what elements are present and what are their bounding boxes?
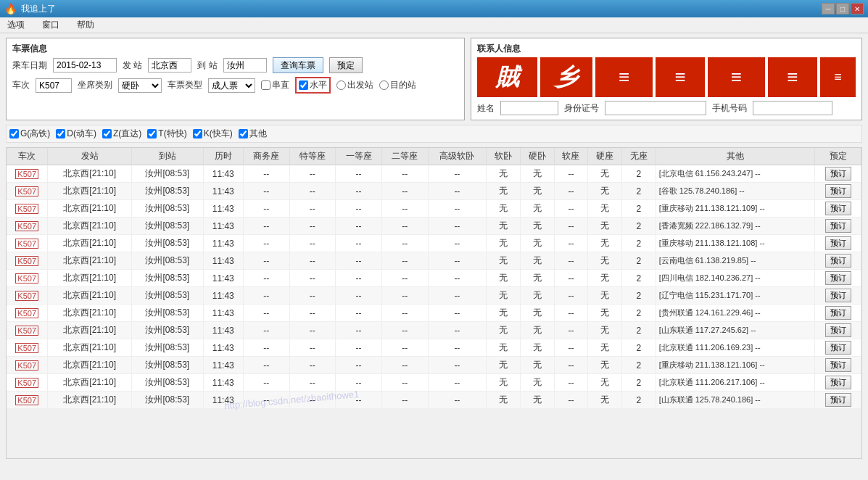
- other-info: [四川电信 182.140.236.27] --: [656, 270, 815, 287]
- cell-11: --: [554, 287, 588, 305]
- filter-other-checkbox[interactable]: [239, 129, 248, 138]
- date-input[interactable]: [53, 58, 117, 73]
- table-row: K507北京西[21:10]汝州[08:53]11:43----------无无…: [7, 322, 861, 339]
- reserve-button[interactable]: 预订: [825, 202, 851, 215]
- from-station-radio-label[interactable]: 出发站: [336, 79, 373, 91]
- contact-fields-row: 姓名 身份证号 手机号码: [477, 101, 856, 115]
- reserve-button[interactable]: 预订: [825, 376, 851, 389]
- cell-6: --: [336, 287, 382, 305]
- filter-g-checkbox[interactable]: [9, 129, 19, 138]
- cell-5: --: [289, 218, 336, 235]
- menu-options[interactable]: 选项: [4, 18, 28, 32]
- query-button[interactable]: 查询车票: [273, 57, 323, 73]
- from-station-radio[interactable]: [336, 80, 346, 90]
- filter-z[interactable]: Z(直达): [102, 128, 141, 140]
- cell-8: --: [428, 374, 487, 392]
- th-soft-seat: 软座: [554, 148, 588, 165]
- reserve-button[interactable]: 预订: [825, 341, 851, 355]
- cell-13: 2: [621, 270, 656, 287]
- filter-t-checkbox[interactable]: [147, 129, 157, 138]
- close-button[interactable]: ✕: [851, 3, 864, 15]
- cell-6: --: [336, 183, 382, 200]
- reserve-button[interactable]: 预订: [825, 184, 851, 198]
- app-icon: 🔥: [4, 3, 17, 15]
- filter-d-checkbox[interactable]: [56, 129, 65, 138]
- train-number: K507: [15, 169, 38, 179]
- auto-check-label[interactable]: 串直: [261, 79, 289, 91]
- filter-t[interactable]: T(特快): [147, 128, 186, 140]
- name-input[interactable]: [500, 101, 558, 115]
- filter-z-checkbox[interactable]: [102, 129, 112, 138]
- cell-7: --: [381, 305, 428, 322]
- cell-13: 2: [621, 357, 656, 374]
- filter-k[interactable]: K(快车): [193, 128, 233, 140]
- to-station-input[interactable]: [223, 58, 267, 73]
- other-info: [北京联通 111.206.169.23] --: [656, 339, 815, 357]
- dest-station-radio[interactable]: [379, 80, 389, 90]
- reserve-button[interactable]: 预订: [825, 358, 851, 372]
- reserve-button[interactable]: 预订: [825, 236, 851, 250]
- table-row: K507北京西[21:10]汝州[08:53]11:43----------无无…: [7, 252, 861, 270]
- cell-6: --: [336, 322, 382, 339]
- table-row: K507北京西[21:10]汝州[08:53]11:43----------无无…: [7, 218, 861, 235]
- cell-4: --: [243, 374, 289, 392]
- cell-5: --: [289, 270, 336, 287]
- cell-3: 11:43: [203, 252, 243, 270]
- th-soft-deluxe: 高级软卧: [428, 148, 487, 165]
- cell-6: --: [336, 392, 382, 409]
- th-duration: 历时: [203, 148, 243, 165]
- to-label: 到 站: [197, 59, 217, 72]
- reserve-button[interactable]: 预订: [825, 271, 851, 285]
- cell-13: 2: [621, 252, 656, 270]
- reserve-button[interactable]: 预订: [825, 167, 851, 181]
- cell-3: 11:43: [203, 165, 243, 183]
- filter-other[interactable]: 其他: [239, 128, 267, 140]
- minimize-button[interactable]: ─: [822, 3, 835, 15]
- reserve-button[interactable]: 预订: [825, 323, 851, 337]
- cell-9: 无: [487, 165, 521, 183]
- cell-7: --: [381, 322, 428, 339]
- menu-window[interactable]: 窗口: [39, 18, 62, 32]
- filter-d[interactable]: D(动车): [56, 128, 96, 140]
- train-input[interactable]: [36, 78, 72, 93]
- train-number: K507: [15, 343, 38, 353]
- cell-12: 无: [588, 374, 622, 392]
- cell-10: 无: [520, 252, 554, 270]
- cell-4: --: [243, 392, 289, 409]
- reserve-button[interactable]: 预订: [825, 219, 851, 233]
- from-station-input[interactable]: [148, 58, 191, 73]
- id-input[interactable]: [605, 101, 706, 115]
- reserve-top-button[interactable]: 预定: [329, 57, 363, 73]
- maximize-button[interactable]: □: [836, 3, 849, 15]
- cell-5: --: [289, 200, 336, 218]
- other-info: [辽宁电信 115.231.171.70] --: [656, 287, 815, 305]
- horizontal-label[interactable]: 水平: [295, 77, 331, 94]
- table-row: K507北京西[21:10]汝州[08:53]11:43----------无无…: [7, 374, 861, 392]
- reserve-button[interactable]: 预订: [825, 393, 851, 407]
- ticket-type-select[interactable]: 成人票 儿童票 学生票: [208, 78, 255, 93]
- menu-help[interactable]: 帮助: [74, 18, 97, 32]
- reserve-button[interactable]: 预订: [825, 254, 851, 268]
- table-container[interactable]: http://blog.csdn.net/zhaoithowe1 车次 发站 到…: [6, 147, 862, 459]
- cell-11: --: [554, 183, 588, 200]
- cell-5: --: [289, 165, 336, 183]
- cell-5: --: [289, 374, 336, 392]
- cell-2: 汝州[08:53]: [132, 165, 204, 183]
- train-number: K507: [15, 360, 38, 371]
- auto-check-checkbox[interactable]: [261, 80, 270, 90]
- cell-2: 汝州[08:53]: [132, 183, 204, 200]
- cell-8: --: [428, 287, 487, 305]
- reserve-button[interactable]: 预订: [825, 289, 851, 302]
- train-number: K507: [15, 378, 38, 388]
- reserve-button[interactable]: 预订: [825, 306, 851, 320]
- contact-img-3: ≡: [595, 57, 653, 97]
- cell-8: --: [428, 165, 487, 183]
- dest-station-radio-label[interactable]: 目的站: [379, 79, 416, 91]
- cell-9: 无: [487, 392, 521, 409]
- horizontal-checkbox[interactable]: [299, 80, 308, 90]
- filter-k-checkbox[interactable]: [193, 129, 202, 138]
- phone-input[interactable]: [753, 101, 832, 115]
- seat-type-select[interactable]: 硬卧 软卧 硬座 软座: [118, 78, 162, 93]
- train-number: K507: [15, 239, 38, 249]
- filter-g[interactable]: G(高铁): [9, 128, 50, 140]
